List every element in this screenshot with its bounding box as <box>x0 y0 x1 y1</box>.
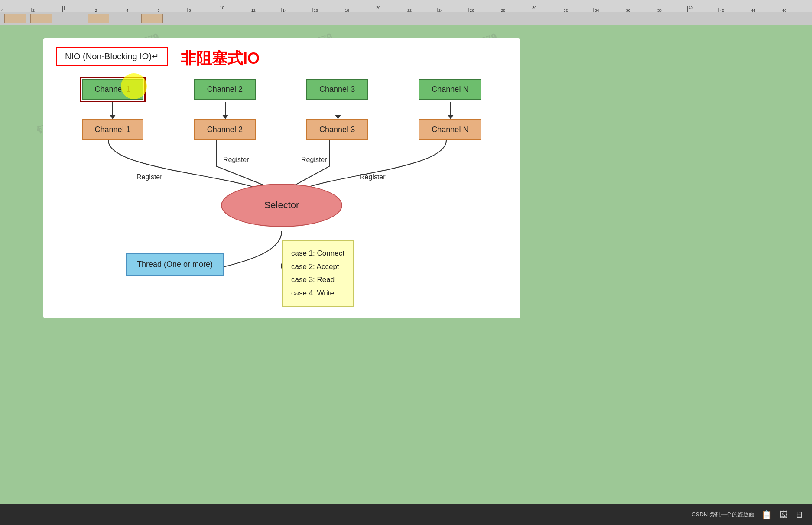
ruler-mark: 2 <box>94 8 125 12</box>
diagram-container: NIO (Non-Blocking IO)↵ 非阻塞式IO Channel 1 … <box>43 38 520 318</box>
channel-green-1: Channel 1 <box>82 79 143 100</box>
ruler-mark: 42 <box>718 8 750 12</box>
selector-ellipse: Selector <box>221 184 342 227</box>
ruler-mark-major: | <box>62 6 94 12</box>
ruler-mark: 44 <box>750 8 781 12</box>
cases-box: case 1: Connect case 2: Accept case 3: R… <box>282 240 354 307</box>
yellow-highlight <box>121 73 147 99</box>
ruler-mark-major: 30 <box>531 6 562 12</box>
ruler-mark-major: 40 <box>687 6 718 12</box>
arrow-line <box>338 102 338 115</box>
arrow-line <box>450 102 451 115</box>
doc-box-3 <box>88 14 109 23</box>
arrow-head <box>222 115 228 119</box>
ruler-mark: 24 <box>437 8 468 12</box>
doc-box-1 <box>4 14 26 23</box>
nio-label: NIO (Non-Blocking IO)↵ <box>65 52 159 61</box>
nio-box: NIO (Non-Blocking IO)↵ <box>56 47 168 66</box>
ruler-mark: 8 <box>187 8 218 12</box>
ruler-mark: 6 <box>156 8 187 12</box>
svg-text:Register: Register <box>136 173 162 181</box>
arrow-head <box>335 115 341 119</box>
ruler-mark: 38 <box>656 8 687 12</box>
toolbar-brand: CSDN @想一个的盗版面 <box>692 511 754 519</box>
arrow-col-1 <box>56 102 169 119</box>
ruler-marks: 4 2 | 2 4 6 8 10 12 14 16 18 20 22 24 26… <box>0 0 812 12</box>
ruler-mark-major: 10 <box>219 6 250 12</box>
ruler-mark: 4 <box>125 8 156 12</box>
thread-box: Thread (One or more) <box>126 253 224 276</box>
channel-green-2: Channel 2 <box>194 79 256 100</box>
ruler: 4 2 | 2 4 6 8 10 12 14 16 18 20 22 24 26… <box>0 0 812 12</box>
ruler-mark: 46 <box>781 8 812 12</box>
nio-subtitle: 非阻塞式IO <box>181 48 260 69</box>
channel-green-3: Channel 3 <box>306 79 368 100</box>
case-3: case 3: Read <box>291 273 344 287</box>
ruler-mark: 4 <box>0 8 31 12</box>
case-4: case 4: Write <box>291 287 344 300</box>
arrow-head <box>110 115 116 119</box>
register-section: Register Register Register Register Sele… <box>56 140 507 227</box>
green-to-orange-arrows <box>56 102 507 119</box>
ruler-mark: 18 <box>344 8 375 12</box>
toolbar-icon-1[interactable]: 📋 <box>761 509 772 520</box>
doc-box-4 <box>141 14 163 23</box>
toolbar-icon-2[interactable]: 🖼 <box>779 510 788 520</box>
svg-text:Register: Register <box>360 173 386 181</box>
ruler-mark: 36 <box>625 8 656 12</box>
thread-label: Thread (One or more) <box>137 260 213 269</box>
ruler-mark: 28 <box>500 8 531 12</box>
main-area: 钉钉 陈亚芳 1679 钉钉 陈亚芳 1679 钉钉 陈亚芳 1679 钉钉 陈… <box>0 25 812 517</box>
channel-green-n: Channel N <box>419 79 481 100</box>
ruler-mark: 12 <box>250 8 281 12</box>
bottom-section: Thread (One or more) case 1: Connect cas… <box>56 231 507 301</box>
doc-strip <box>0 12 812 25</box>
bottom-toolbar: CSDN @想一个的盗版面 📋 🖼 🖥 <box>0 504 812 525</box>
orange-channels-row: Channel 1 Channel 2 Channel 3 Channel N <box>56 119 507 140</box>
toolbar-icon-3[interactable]: 🖥 <box>795 510 803 520</box>
channel-orange-2: Channel 2 <box>194 119 256 140</box>
arrow-head <box>448 115 454 119</box>
arrow-col-n <box>394 102 507 119</box>
ruler-mark-major: 20 <box>375 6 406 12</box>
ruler-mark: 26 <box>468 8 500 12</box>
arrow-line <box>112 102 113 115</box>
arrow-col-2 <box>169 102 282 119</box>
green-channels-row: Channel 1 Channel 2 Channel 3 Channel N <box>56 79 507 100</box>
arrow-line <box>225 102 226 115</box>
case-2: case 2: Accept <box>291 260 344 274</box>
channel-orange-1: Channel 1 <box>82 119 143 140</box>
case-1: case 1: Connect <box>291 247 344 260</box>
selector-label: Selector <box>264 200 299 211</box>
ruler-mark: 2 <box>31 8 62 12</box>
svg-text:Register: Register <box>223 156 249 163</box>
doc-box-2 <box>30 14 52 23</box>
ruler-mark: 22 <box>406 8 437 12</box>
ruler-mark: 14 <box>281 8 312 12</box>
channel-orange-n: Channel N <box>419 119 481 140</box>
ruler-mark: 32 <box>562 8 593 12</box>
ruler-mark: 16 <box>312 8 344 12</box>
svg-text:Register: Register <box>301 156 327 163</box>
arrow-col-3 <box>282 102 394 119</box>
ruler-mark: 34 <box>593 8 624 12</box>
channel-orange-3: Channel 3 <box>306 119 368 140</box>
